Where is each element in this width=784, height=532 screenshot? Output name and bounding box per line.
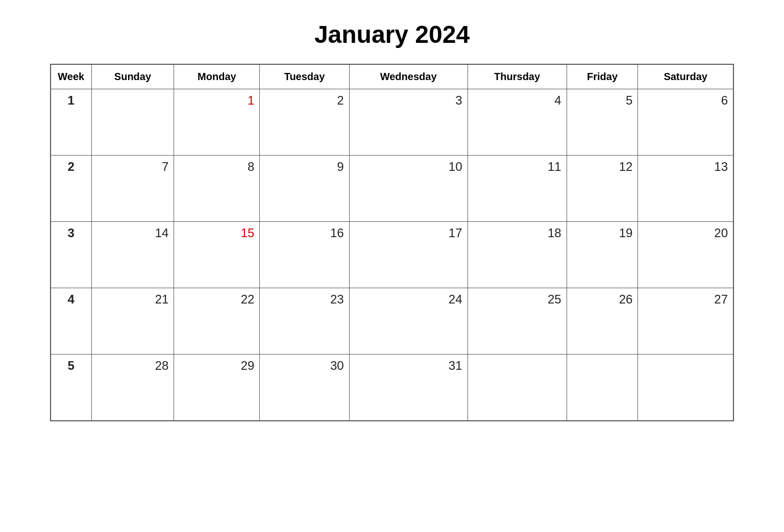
calendar-row-week-5: 528293031	[51, 354, 733, 421]
calendar-table: WeekSundayMondayTuesdayWednesdayThursday…	[50, 64, 734, 421]
calendar-row-week-3: 314151617181920	[51, 222, 733, 288]
day-cell-26: 26	[567, 288, 638, 354]
day-cell-29: 29	[174, 354, 260, 421]
day-cell-14: 14	[91, 222, 174, 288]
day-cell-28: 28	[91, 354, 174, 421]
col-header-monday: Monday	[174, 64, 260, 89]
day-cell-13: 13	[638, 156, 733, 222]
day-cell-21: 21	[91, 288, 174, 354]
day-cell-5: 5	[567, 89, 638, 156]
col-header-thursday: Thursday	[468, 64, 567, 89]
day-cell-10: 10	[349, 156, 468, 222]
col-header-saturday: Saturday	[638, 64, 733, 89]
day-cell-18: 18	[468, 222, 567, 288]
week-number-5: 5	[51, 354, 91, 421]
col-header-wednesday: Wednesday	[349, 64, 468, 89]
day-cell-31: 31	[349, 354, 468, 421]
day-cell-15: 15	[174, 222, 260, 288]
day-cell-27: 27	[638, 288, 733, 354]
day-cell-22: 22	[174, 288, 260, 354]
day-cell-9: 9	[260, 156, 349, 222]
calendar-row-week-2: 278910111213	[51, 156, 733, 222]
day-cell-6: 6	[638, 89, 733, 156]
day-cell-17: 17	[349, 222, 468, 288]
day-cell-20: 20	[638, 222, 733, 288]
day-cell-empty	[567, 354, 638, 421]
week-number-1: 1	[51, 89, 91, 156]
day-cell-19: 19	[567, 222, 638, 288]
day-cell-7: 7	[91, 156, 174, 222]
day-cell-empty	[638, 354, 733, 421]
week-number-3: 3	[51, 222, 91, 288]
day-cell-12: 12	[567, 156, 638, 222]
day-cell-24: 24	[349, 288, 468, 354]
col-header-tuesday: Tuesday	[260, 64, 349, 89]
day-cell-30: 30	[260, 354, 349, 421]
day-cell-23: 23	[260, 288, 349, 354]
week-number-4: 4	[51, 288, 91, 354]
day-cell-4: 4	[468, 89, 567, 156]
day-cell-2: 2	[260, 89, 349, 156]
day-cell-16: 16	[260, 222, 349, 288]
day-cell-empty	[91, 89, 174, 156]
day-cell-11: 11	[468, 156, 567, 222]
calendar-title: January 2024	[314, 20, 470, 48]
day-cell-8: 8	[174, 156, 260, 222]
day-cell-3: 3	[349, 89, 468, 156]
calendar-row-week-4: 421222324252627	[51, 288, 733, 354]
col-header-sunday: Sunday	[91, 64, 174, 89]
week-number-2: 2	[51, 156, 91, 222]
day-cell-25: 25	[468, 288, 567, 354]
col-header-friday: Friday	[567, 64, 638, 89]
day-cell-1: 1	[174, 89, 260, 156]
calendar-row-week-1: 1123456	[51, 89, 733, 156]
col-header-week: Week	[51, 64, 91, 89]
day-cell-empty	[468, 354, 567, 421]
